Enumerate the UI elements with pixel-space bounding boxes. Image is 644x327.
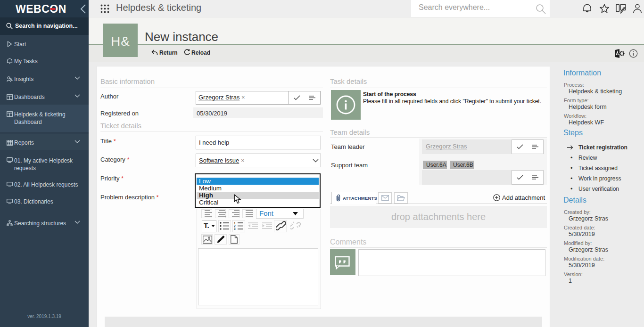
svg-text:3: 3 [234, 227, 236, 230]
